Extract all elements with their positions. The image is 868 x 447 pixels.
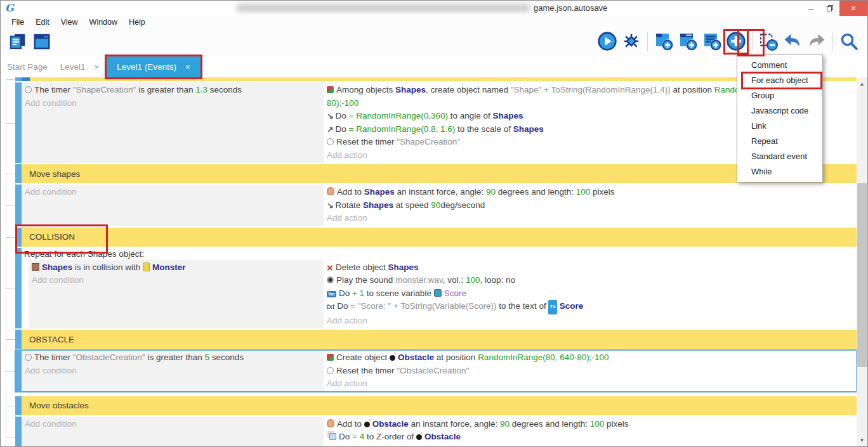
event-handle-bar[interactable] [15, 82, 22, 163]
add-action-placeholder[interactable]: Add action [327, 444, 834, 447]
add-condition-placeholder[interactable]: Add condition [25, 418, 320, 431]
close-button[interactable]: × [839, 1, 867, 16]
scroll-down-arrow[interactable]: ▼ [857, 435, 867, 445]
object-name: Shapes [395, 85, 426, 94]
action-line[interactable]: Add to Shapes an instant force, angle: 9… [327, 186, 834, 199]
tab-start-page[interactable]: Start Page [7, 56, 48, 77]
action-line[interactable]: ↘Rotate Shapes at speed 90deg/second [327, 199, 834, 212]
zorder-icon [329, 433, 336, 440]
add-action-placeholder[interactable]: Add action [327, 377, 834, 391]
add-special-event-button[interactable] [725, 31, 747, 53]
add-condition-placeholder[interactable]: Add condition [25, 186, 320, 199]
event-handle-bar[interactable] [15, 330, 22, 349]
action-line[interactable]: Reset the timer "ObstacleCreation" [327, 365, 834, 378]
menu-item-group[interactable]: Group [737, 88, 822, 103]
condition-line[interactable]: The timer "ShapeCreation" is greater tha… [25, 84, 320, 97]
add-action-placeholder[interactable]: Add action [327, 314, 834, 328]
menu-edit[interactable]: Edit [30, 18, 55, 27]
comment-text[interactable]: COLLISION [22, 228, 857, 247]
actions-cell[interactable]: Create object Obstacle at position Rando… [324, 350, 857, 392]
play-button[interactable] [596, 31, 618, 53]
comment-text[interactable]: OBSTACLE [22, 330, 857, 349]
tab-level1-events[interactable]: Level1 (Events)× [107, 56, 200, 77]
event-handle-bar[interactable] [15, 396, 22, 415]
action-line[interactable]: Play the sound monster.wav, vol.: 100, l… [327, 274, 834, 287]
scroll-up-arrow[interactable]: ▲ [857, 79, 867, 89]
action-line[interactable]: txtDo = "Score: " + ToString(Variable(Sc… [327, 300, 834, 314]
add-condition-placeholder[interactable]: Add condition [32, 274, 320, 287]
add-condition-placeholder[interactable]: Add condition [25, 365, 320, 378]
toolbar-separator [832, 32, 833, 51]
debug-button[interactable] [621, 31, 642, 53]
actions-cell[interactable]: ×Delete object ShapesPlay the sound mons… [324, 260, 857, 329]
menu-file[interactable]: File [6, 18, 30, 27]
condition-line[interactable]: Shapes is in collision with Monster [32, 261, 320, 275]
foreach-body: Repeat for each Shapes object:Shapes is … [22, 248, 857, 329]
action-line[interactable]: ×Delete object Shapes [327, 261, 834, 275]
menu-window[interactable]: Window [84, 18, 123, 27]
toolbar-separator [752, 32, 753, 51]
value: 90 [431, 200, 440, 210]
text: Do [337, 301, 350, 311]
menu-item-standard-event[interactable]: Standard event [737, 149, 822, 164]
menu-view[interactable]: View [55, 18, 84, 27]
actions-cell[interactable]: Add to Obstacle an instant force, angle:… [324, 417, 857, 447]
conditions-cell[interactable]: Add condition [22, 417, 324, 447]
event-handle-bar[interactable] [15, 185, 22, 226]
event-handle-bar[interactable] [15, 248, 22, 329]
conditions-cell[interactable]: Shapes is in collision with MonsterAdd c… [29, 260, 324, 329]
delete-icon: × [327, 264, 333, 272]
menu-item-link[interactable]: Link [737, 119, 822, 134]
scene-editor-button[interactable] [31, 31, 53, 53]
close-icon[interactable]: × [95, 62, 100, 72]
foreach-header[interactable]: Repeat for each Shapes object: [22, 248, 857, 260]
redo-button[interactable] [806, 31, 827, 53]
search-button[interactable] [838, 31, 860, 53]
object-name: Shapes [42, 262, 72, 272]
scrollbar-track[interactable]: ▲ ▼ [857, 77, 867, 446]
add-subevent-button[interactable] [677, 31, 699, 53]
minimize-button[interactable]: – [801, 1, 820, 16]
value: RandomInRange(80, 640-80);-100 [478, 353, 608, 362]
menu-item-comment[interactable]: Comment [737, 58, 822, 73]
event-handle-bar[interactable] [15, 350, 22, 392]
action-line[interactable]: Add to Obstacle an instant force, angle:… [327, 418, 834, 431]
remove-event-button[interactable] [758, 31, 779, 53]
conditions-cell[interactable]: Add condition [22, 185, 324, 226]
add-condition-placeholder[interactable]: Add condition [25, 97, 320, 110]
condition-line[interactable]: The timer "ObstacleCreation" is greater … [25, 351, 320, 365]
conditions-cell[interactable]: The timer "ShapeCreation" is greater tha… [22, 82, 324, 163]
event-handle-bar[interactable] [15, 77, 22, 81]
remove-event-icon [758, 31, 779, 53]
event-handle-bar[interactable] [15, 417, 22, 447]
action-line[interactable]: VarDo + 1 to scene variable Score [327, 287, 834, 301]
actions-cell[interactable]: Add to Shapes an instant force, angle: 9… [324, 185, 857, 226]
window-title: game.json.autosave [534, 3, 607, 13]
menu-item-while[interactable]: While [737, 164, 822, 179]
undo-button[interactable] [782, 31, 803, 53]
text: , vol.: [443, 275, 466, 285]
object-name: Obstacle [398, 353, 434, 362]
event-handle-bar[interactable] [15, 164, 22, 183]
menu-item-repeat[interactable]: Repeat [737, 134, 822, 149]
tab-label: Level1 [60, 62, 86, 72]
menu-item-javascript-code[interactable]: Javascript code [737, 103, 822, 119]
comment-text[interactable]: Move shapes [22, 164, 857, 183]
close-icon[interactable]: × [185, 62, 190, 72]
menu-help[interactable]: Help [123, 18, 151, 27]
project-manager-button[interactable] [7, 31, 29, 53]
action-line[interactable]: Create object Obstacle at position Rando… [327, 351, 834, 365]
add-comment-button[interactable] [701, 31, 723, 53]
menu-item-for-each-object[interactable]: For each object [742, 73, 821, 88]
value: = 4 [352, 432, 364, 441]
conditions-cell[interactable]: The timer "ObstacleCreation" is greater … [22, 350, 324, 392]
text-object-icon: Tx [548, 300, 556, 314]
action-line[interactable]: Do = 4 to Z-order of Obstacle [327, 431, 834, 444]
restore-button[interactable] [820, 1, 839, 16]
add-action-placeholder[interactable]: Add action [327, 212, 834, 225]
scrollbar-thumb[interactable] [857, 183, 867, 367]
text: at speed [393, 200, 431, 210]
tab-level1[interactable]: Level1× [60, 56, 99, 77]
comment-text[interactable]: Move obstacles [22, 396, 857, 415]
add-event-button[interactable] [653, 31, 674, 53]
